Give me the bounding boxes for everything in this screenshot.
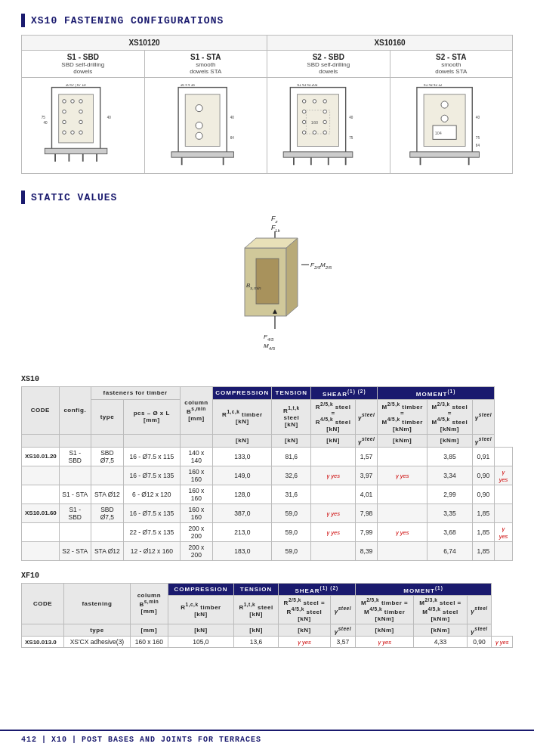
table-row: S1 - STASTA Ø126 - Ø12 x 120160 x 160128… <box>22 485 513 503</box>
footer-product: X10 <box>51 736 67 744</box>
th-tension: TENSION <box>272 387 311 400</box>
svg-point-56 <box>441 101 448 108</box>
th-m25k: M2/5,k timber =M4/5,k timber[kNm] <box>378 399 428 434</box>
xf-th-gamma-s: γsteel <box>330 596 355 624</box>
table-cell: 81,6 <box>272 447 311 466</box>
table-cell: XS10.013.0 <box>22 637 64 648</box>
svg-text:16 4 4 16: 16 4 4 16 <box>180 84 195 87</box>
xf-th-fastening: fastening <box>63 583 130 624</box>
th-code: CODE <box>22 387 60 435</box>
svg-point-3 <box>71 100 75 104</box>
table-cell: 59,0 <box>272 503 311 522</box>
svg-point-2 <box>63 100 66 104</box>
xf-th-code-u <box>22 624 64 637</box>
table-cell: 12 - Ø12 x 160 <box>124 541 180 560</box>
table-row: XS10.013.0XS'CX adhesive(3)160 x 160105,… <box>22 637 513 648</box>
xf-th-r1ck-u: [kN] <box>168 624 234 637</box>
svg-text:40: 40 <box>107 116 112 119</box>
svg-text:104: 104 <box>434 131 441 135</box>
svg-point-6 <box>79 110 83 113</box>
th-type-unit <box>91 434 123 447</box>
table-cell: γ yes <box>278 637 330 648</box>
table-cell: 0,90 <box>472 466 494 485</box>
table-cell: 6 - Ø12 x 120 <box>124 485 180 503</box>
table-cell: 133,0 <box>213 447 272 466</box>
table-cell: γ yes <box>311 503 356 522</box>
xs10-label: XS10 <box>21 375 513 383</box>
svg-point-11 <box>79 131 83 135</box>
group-header-xs10160: XS10160 <box>267 36 512 50</box>
svg-text:FLk: FLk <box>271 224 281 233</box>
table-cell: 16 - Ø7.5 x 115 <box>124 447 180 466</box>
svg-point-37 <box>302 110 306 113</box>
svg-point-4 <box>79 100 83 104</box>
table-cell <box>22 466 60 485</box>
config-diagrams: 75 40 40 10 67 | 67 10 <box>22 78 512 173</box>
xf-th-r25k: R2/5,k steel =R4/5,k steel[kN] <box>278 596 330 624</box>
table-row: 22 - Ø7.5 x 135200 x 200213,059,0γ yes7,… <box>22 522 513 541</box>
th-m23k-unit: [kNm] <box>428 434 473 447</box>
table-cell: 59,0 <box>272 522 311 541</box>
svg-text:75: 75 <box>42 116 46 119</box>
th-moment: MOMENT(1) <box>378 387 495 400</box>
svg-s1-sbd: 75 40 40 10 67 | 67 10 <box>25 84 141 167</box>
table-cell: STA Ø12 <box>91 541 123 560</box>
table-row: S2 - STASTA Ø1212 - Ø12 x 160200 x 20018… <box>22 541 513 560</box>
diagram-s1-sta: 16 4 4 16 40 64 <box>145 78 268 173</box>
svg-text:75: 75 <box>475 136 480 140</box>
th-m25k-unit: [kNm] <box>378 434 428 447</box>
table-cell <box>378 447 428 466</box>
section-bar <box>21 14 25 27</box>
section2-header: STATIC VALUES <box>21 191 513 204</box>
svg-text:40: 40 <box>230 116 234 119</box>
table-cell: 1,57 <box>355 447 377 466</box>
table-cell <box>494 485 512 503</box>
xf-th-column: columnBs,min[mm] <box>130 583 168 624</box>
table-cell: γ yes <box>492 637 513 648</box>
table-cell: SBD Ø7,5 <box>91 447 123 466</box>
xf-th-m25k-u: [kNm] <box>355 624 414 637</box>
svg-marker-73 <box>286 238 298 316</box>
sub-s2-sta: S2 - STA smoothdowels STA <box>390 51 513 77</box>
th-gamma-moment: γsteel <box>472 399 494 434</box>
sub-s1-sbd: S1 - SBD SBD self-drillingdowels <box>22 51 145 77</box>
table-cell: 149,0 <box>213 466 272 485</box>
table-cell <box>22 522 60 541</box>
table-cell <box>22 485 60 503</box>
table-cell: 13,6 <box>234 637 279 648</box>
footer-pipe1: | <box>42 736 47 744</box>
table-cell: S2 - STA <box>59 541 91 560</box>
table-cell: 140 x 140 <box>180 447 213 466</box>
table-cell: 160 x 160 <box>180 485 213 503</box>
table-cell: 6,74 <box>428 541 473 560</box>
svg-point-35 <box>313 100 316 104</box>
table-row: 16 - Ø7.5 x 135160 x 160149,032,6γ yes3,… <box>22 466 513 485</box>
diagram-s2-sbd: 160 61 43 43 203 40 75 <box>267 78 390 173</box>
svg-text:M2/5: M2/5 <box>320 262 332 270</box>
th-pcs: pcs – Ø x L [mm] <box>124 399 180 434</box>
table-cell: 105,0 <box>168 637 234 648</box>
table-cell: 213,0 <box>213 522 272 541</box>
table-cell: S1 - SBD <box>59 447 91 466</box>
th-r1tk: R1,t,k steel[kN] <box>272 399 311 434</box>
table-cell: 128,0 <box>213 485 272 503</box>
xf-th-gamma-m: γsteel <box>467 596 492 624</box>
svg-text:F4/5: F4/5 <box>264 333 274 342</box>
table-cell: γ yes <box>378 466 428 485</box>
svg-text:40: 40 <box>44 121 48 125</box>
table-cell: γ yes <box>311 522 356 541</box>
xf-th-gm-u: γsteel <box>467 624 492 637</box>
table-cell: 16 - Ø7.5 x 135 <box>124 503 180 522</box>
table-cell: 3,57 <box>330 637 355 648</box>
table-cell: 1,85 <box>472 503 494 522</box>
table-cell <box>91 522 123 541</box>
th-column: columnBs,min[mm] <box>180 387 213 435</box>
xf-th-r1ck: R1,c,k timber[kN] <box>168 596 234 624</box>
xf-th-r1tk-u: [kN] <box>234 624 279 637</box>
table-cell: 3,34 <box>428 466 473 485</box>
svg-text:75: 75 <box>349 136 353 140</box>
svg-text:M4/5: M4/5 <box>264 342 276 351</box>
xf-th-m23k-u: [kNm] <box>414 624 467 637</box>
table-cell: SBD Ø7,5 <box>91 503 123 522</box>
table-cell: γ yes <box>378 522 428 541</box>
